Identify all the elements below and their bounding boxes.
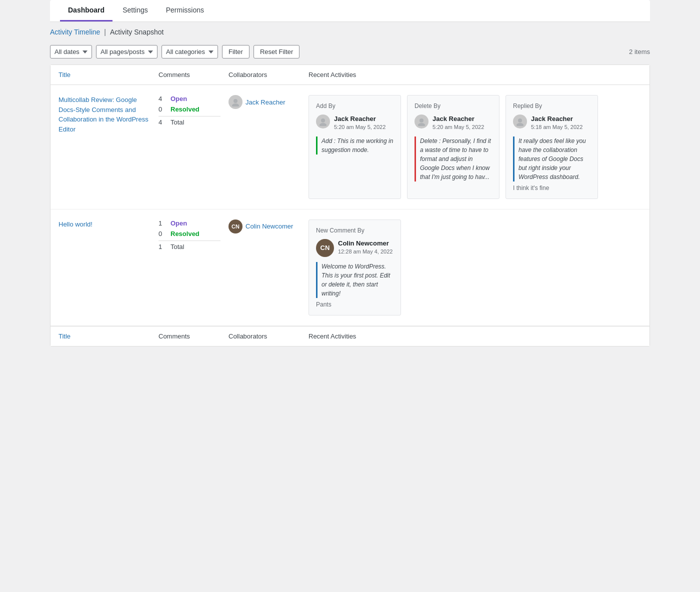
- total-label: Total: [170, 118, 184, 126]
- footer-collaborators: Collaborators: [228, 332, 308, 340]
- activity-user-time: 5:20 am May 5, 2022: [432, 124, 484, 131]
- activity-user-name: Jack Reacher: [334, 114, 386, 124]
- activity-card: Replied By Jack Reacher 5:18 am May 5, 2…: [506, 95, 598, 199]
- resolved-label: Resolved: [170, 106, 200, 113]
- row-title-cell: Hello world!: [58, 220, 158, 230]
- avatar: CN: [316, 239, 334, 257]
- activity-user-info: Jack Reacher 5:18 am May 5, 2022: [531, 114, 582, 132]
- activity-card: Add By Jack Reacher 5:20 am May 5, 2022: [308, 95, 401, 199]
- header-title: Title: [58, 71, 158, 78]
- activity-content: It really does feel like you have the co…: [513, 136, 590, 182]
- svg-point-4: [420, 118, 424, 122]
- tab-settings[interactable]: Settings: [114, 0, 156, 22]
- activity-user-time: 5:18 am May 5, 2022: [531, 124, 582, 131]
- activity-content: Delete : Personally, I find it a waste o…: [414, 136, 492, 182]
- breadcrumb: Activity Timeline | Activity Snapshot: [50, 22, 650, 41]
- avatar: CN: [228, 220, 242, 234]
- row-comments-cell: 1 Open 0 Resolved 1 Total: [158, 220, 228, 250]
- svg-point-0: [234, 99, 238, 103]
- total-count: 4: [158, 118, 166, 126]
- resolved-label: Resolved: [170, 230, 200, 238]
- top-navigation: Dashboard Settings Permissions: [50, 0, 650, 22]
- collaborator-item[interactable]: Jack Reacher: [228, 95, 300, 109]
- activity-content: Welcome to WordPress. This is your first…: [316, 262, 394, 298]
- total-count: 1: [158, 243, 166, 250]
- row-comments-cell: 4 Open 0 Resolved 4 Total: [158, 95, 228, 126]
- activity-user-row: Jack Reacher 5:20 am May 5, 2022: [316, 114, 394, 132]
- categories-filter[interactable]: All categories: [162, 45, 218, 58]
- table-row: Multicollab Review: Google Docs-Style Co…: [50, 85, 650, 210]
- activity-content: Add : This is me working in suggestion m…: [316, 136, 394, 154]
- resolved-count: 0: [158, 230, 166, 238]
- header-comments: Comments: [158, 71, 228, 78]
- footer-activities: Recent Activities: [308, 332, 642, 340]
- post-title-link[interactable]: Multicollab Review: Google Docs-Style Co…: [58, 96, 148, 133]
- activity-user-time: 5:20 am May 5, 2022: [334, 124, 386, 131]
- open-label: Open: [170, 220, 187, 227]
- filter-button[interactable]: Filter: [222, 45, 250, 58]
- collaborator-name: Colin Newcomer: [246, 222, 293, 230]
- svg-point-3: [320, 123, 326, 126]
- date-filter[interactable]: All dates: [50, 45, 92, 58]
- activity-user-info: Colin Newcomer 12:28 am May 4, 2022: [338, 239, 392, 256]
- open-label: Open: [170, 95, 187, 102]
- avatar: [316, 114, 330, 128]
- footer-comments: Comments: [158, 332, 228, 340]
- activity-label: Add By: [316, 102, 394, 110]
- breadcrumb-link[interactable]: Activity Timeline: [50, 28, 100, 36]
- svg-point-7: [516, 123, 524, 126]
- avatar: [228, 95, 242, 109]
- row-collaborators-cell: Jack Reacher: [228, 95, 308, 109]
- collaborator-name: Jack Reacher: [246, 98, 285, 106]
- open-count: 4: [158, 95, 166, 102]
- activity-label: Replied By: [513, 102, 590, 110]
- main-table: Title Comments Collaborators Recent Acti…: [50, 64, 650, 346]
- svg-point-1: [232, 104, 239, 106]
- activity-footer: I think it's fine: [513, 184, 590, 192]
- item-count: 2 items: [629, 48, 650, 56]
- activity-user-row: Jack Reacher 5:18 am May 5, 2022: [513, 114, 590, 132]
- activity-user-time: 12:28 am May 4, 2022: [338, 248, 392, 256]
- row-collaborators-cell: CN Colin Newcomer: [228, 220, 308, 234]
- pages-filter[interactable]: All pages/posts: [96, 45, 158, 58]
- tab-dashboard[interactable]: Dashboard: [60, 0, 112, 22]
- activity-user-name: Jack Reacher: [432, 114, 484, 124]
- activity-label: Delete By: [414, 102, 492, 110]
- svg-point-2: [321, 118, 325, 122]
- row-title-cell: Multicollab Review: Google Docs-Style Co…: [58, 95, 158, 134]
- table-row: Hello world! 1 Open 0 Resolved 1 Total: [50, 210, 650, 326]
- activity-label: New Comment By: [316, 227, 394, 234]
- table-header: Title Comments Collaborators Recent Acti…: [50, 65, 650, 85]
- footer-title: Title: [58, 332, 158, 340]
- header-activities: Recent Activities: [308, 71, 642, 78]
- activity-user-info: Jack Reacher 5:20 am May 5, 2022: [334, 114, 386, 132]
- tab-permissions[interactable]: Permissions: [158, 0, 212, 22]
- resolved-count: 0: [158, 106, 166, 113]
- avatar: [513, 114, 527, 128]
- row-activities-cell: Add By Jack Reacher 5:20 am May 5, 2022: [308, 95, 642, 199]
- svg-point-6: [518, 118, 522, 122]
- breadcrumb-current: Activity Snapshot: [110, 28, 164, 36]
- activity-user-name: Colin Newcomer: [338, 239, 392, 248]
- activity-footer: Pants: [316, 301, 394, 308]
- header-collaborators: Collaborators: [228, 71, 308, 78]
- post-title-link[interactable]: Hello world!: [58, 220, 92, 228]
- breadcrumb-separator: |: [104, 28, 106, 36]
- table-footer: Title Comments Collaborators Recent Acti…: [50, 326, 650, 346]
- activity-card: Delete By Jack Reacher 5:20 am May 5, 20…: [407, 95, 500, 199]
- activity-user-info: Jack Reacher 5:20 am May 5, 2022: [432, 114, 484, 132]
- total-label: Total: [170, 243, 184, 250]
- reset-filter-button[interactable]: Reset Filter: [254, 45, 300, 58]
- filter-bar: All dates All pages/posts All categories…: [50, 41, 650, 64]
- avatar: [414, 114, 428, 128]
- activity-user-row: CN Colin Newcomer 12:28 am May 4, 2022: [316, 239, 394, 257]
- activity-user-name: Jack Reacher: [531, 114, 582, 124]
- svg-point-5: [418, 123, 425, 126]
- activity-card: New Comment By CN Colin Newcomer 12:28 a…: [308, 220, 401, 316]
- open-count: 1: [158, 220, 166, 227]
- activity-user-row: Jack Reacher 5:20 am May 5, 2022: [414, 114, 492, 132]
- row-activities-cell: New Comment By CN Colin Newcomer 12:28 a…: [308, 220, 642, 316]
- collaborator-item[interactable]: CN Colin Newcomer: [228, 220, 300, 234]
